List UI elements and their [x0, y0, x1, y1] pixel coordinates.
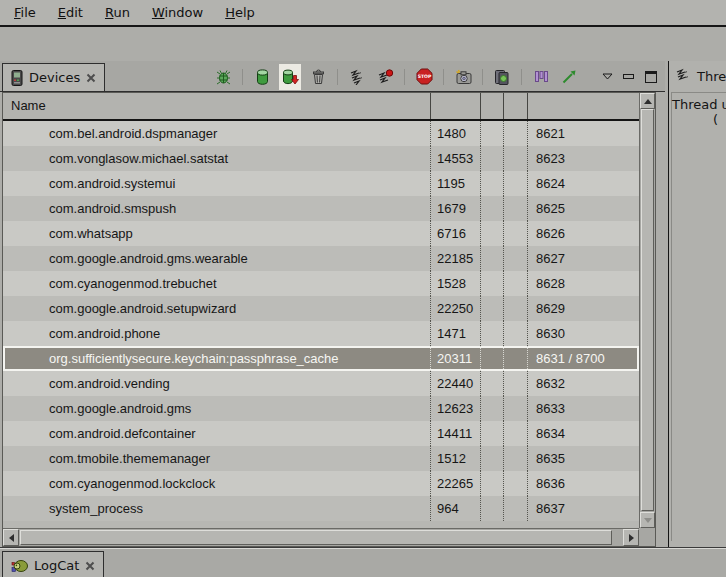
vertical-scrollbar-thumb[interactable] [641, 109, 654, 511]
process-pid: 964 [431, 496, 481, 521]
screen-capture-icon[interactable] [452, 64, 474, 90]
process-pid: 22250 [431, 296, 481, 321]
start-method-profiling-icon[interactable] [374, 64, 396, 90]
logcat-icon [11, 558, 28, 573]
table-row[interactable]: com.cyanogenmod.trebuchet 1528 8628 [3, 271, 639, 296]
close-icon[interactable] [86, 73, 96, 83]
process-pid: 20311 [431, 346, 481, 371]
view-menu-icon[interactable] [602, 73, 613, 80]
table-row[interactable]: com.google.android.setupwizard 22250 862… [3, 296, 639, 321]
menu-bar: FileEditRunWindowHelp [0, 0, 726, 27]
process-pid: 12623 [431, 396, 481, 421]
table-row[interactable]: com.android.smspush 1679 8625 [3, 196, 639, 221]
column-header-port[interactable] [528, 93, 639, 119]
tab-logcat[interactable]: LogCat [2, 551, 104, 577]
empty-cell [504, 171, 528, 196]
menu-window[interactable]: Window [141, 2, 214, 23]
table-row[interactable]: com.google.android.gms.wearable 22185 86… [3, 246, 639, 271]
table-header: Name [3, 93, 639, 121]
process-port: 8632 [528, 371, 639, 396]
menu-run[interactable]: Run [94, 2, 141, 23]
empty-cell [504, 321, 528, 346]
column-header-pid[interactable] [431, 93, 481, 119]
empty-cell [504, 121, 528, 146]
threads-panel: Threads Thread up ( [668, 61, 726, 547]
horizontal-scrollbar[interactable] [3, 528, 639, 546]
scroll-left-arrow[interactable] [3, 529, 19, 546]
empty-cell [504, 271, 528, 296]
opengl-trace-icon[interactable] [558, 64, 580, 90]
empty-cell [504, 396, 528, 421]
process-name: com.google.android.gms [3, 396, 431, 421]
empty-cell [481, 371, 504, 396]
vertical-scrollbar[interactable] [639, 93, 655, 528]
table-row[interactable]: system_process 964 8637 [3, 496, 639, 521]
toolbar-separator [337, 69, 338, 85]
maximize-icon[interactable] [645, 71, 657, 83]
process-name: com.android.defcontainer [3, 421, 431, 446]
tab-devices[interactable]: Devices [2, 63, 105, 91]
horizontal-scrollbar-thumb[interactable] [20, 530, 612, 545]
process-pid: 1471 [431, 321, 481, 346]
process-pid: 14411 [431, 421, 481, 446]
cause-gc-icon[interactable] [307, 64, 329, 90]
table-row[interactable]: com.android.defcontainer 14411 8634 [3, 421, 639, 446]
stop-process-icon[interactable]: STOP [413, 64, 435, 90]
table-row[interactable]: com.whatsapp 6716 8626 [3, 221, 639, 246]
table-row[interactable]: com.android.systemui 1195 8624 [3, 171, 639, 196]
update-heap-icon[interactable] [251, 64, 273, 90]
empty-cell [504, 496, 528, 521]
table-row[interactable]: com.bel.android.dspmanager 1480 8621 [3, 121, 639, 146]
process-name: com.vonglasow.michael.satstat [3, 146, 431, 171]
empty-cell [481, 121, 504, 146]
tab-devices-label: Devices [29, 70, 80, 85]
table-row[interactable]: com.cyanogenmod.lockclock 22265 8636 [3, 471, 639, 496]
column-header-3[interactable] [481, 93, 504, 119]
process-pid: 22265 [431, 471, 481, 496]
process-name: com.android.systemui [3, 171, 431, 196]
process-name: com.google.android.setupwizard [3, 296, 431, 321]
update-threads-icon[interactable] [346, 64, 368, 90]
menu-file[interactable]: File [3, 2, 47, 23]
process-port: 8634 [528, 421, 639, 446]
menu-help[interactable]: Help [214, 2, 266, 23]
empty-cell [504, 246, 528, 271]
process-port: 8635 [528, 446, 639, 471]
main-toolbar [0, 27, 726, 61]
table-row[interactable]: org.sufficientlysecure.keychain:passphra… [3, 346, 639, 371]
debug-process-icon[interactable] [212, 64, 234, 90]
close-icon[interactable] [85, 561, 95, 571]
process-table: Name com.bel.android.dspmanager 1480 862… [2, 92, 656, 547]
minimize-icon[interactable] [623, 74, 635, 80]
ddms-window: FileEditRunWindowHelp Devices [0, 0, 726, 577]
table-row[interactable]: com.android.phone 1471 8630 [3, 321, 639, 346]
process-port: 8624 [528, 171, 639, 196]
table-row[interactable]: com.google.android.gms 12623 8633 [3, 396, 639, 421]
phone-icon [11, 70, 23, 86]
dump-hprof-icon[interactable] [279, 64, 301, 90]
column-header-name[interactable]: Name [3, 93, 431, 119]
process-name: com.cyanogenmod.lockclock [3, 471, 431, 496]
threads-message-line1: Thread up [672, 97, 726, 112]
table-body: com.bel.android.dspmanager 1480 8621 com… [3, 121, 639, 528]
column-header-4[interactable] [504, 93, 528, 119]
empty-cell [504, 446, 528, 471]
empty-cell [504, 471, 528, 496]
table-row[interactable]: com.android.vending 22440 8632 [3, 371, 639, 396]
view-hierarchy-icon[interactable] [491, 64, 513, 90]
process-name: com.cyanogenmod.trebuchet [3, 271, 431, 296]
threads-message-line2: ( [672, 112, 726, 127]
scroll-down-arrow[interactable] [640, 512, 655, 528]
scroll-up-arrow[interactable] [640, 93, 655, 109]
process-pid: 14553 [431, 146, 481, 171]
process-port: 8630 [528, 321, 639, 346]
toolbar-separator [404, 69, 405, 85]
toolbar-separator [443, 69, 444, 85]
systrace-icon[interactable] [530, 64, 552, 90]
empty-cell [481, 321, 504, 346]
table-row[interactable]: com.tmobile.thememanager 1512 8635 [3, 446, 639, 471]
tab-threads[interactable]: Threads [669, 61, 726, 91]
table-row[interactable]: com.vonglasow.michael.satstat 14553 8623 [3, 146, 639, 171]
scroll-right-arrow[interactable] [623, 529, 639, 546]
menu-edit[interactable]: Edit [47, 2, 94, 23]
